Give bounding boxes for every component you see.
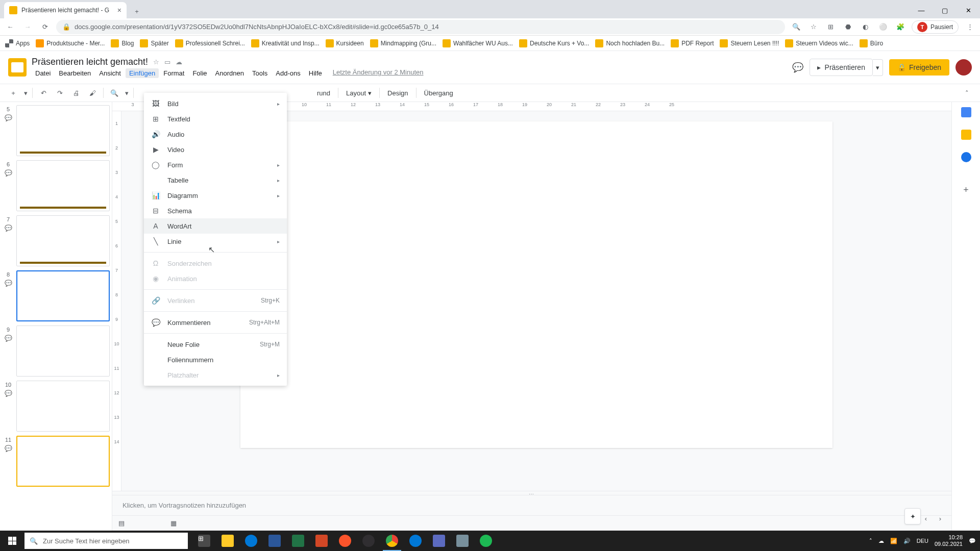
slide-thumbnail[interactable] <box>16 160 110 211</box>
menu-arrange[interactable]: Anordnen <box>212 68 248 78</box>
slide-thumbnail[interactable] <box>16 270 110 321</box>
redo-button[interactable]: ↷ <box>53 86 67 100</box>
layout-button[interactable]: Layout▾ <box>342 87 376 99</box>
star-doc-icon[interactable]: ☆ <box>153 58 159 66</box>
start-button[interactable] <box>0 531 24 551</box>
spotify-icon[interactable] <box>475 531 497 551</box>
menu-tools[interactable]: Tools <box>249 68 271 78</box>
chrome-menu-icon[interactable]: ⋮ <box>964 21 976 33</box>
back-button[interactable]: ← <box>4 21 16 33</box>
excel-icon[interactable] <box>287 531 309 551</box>
word-icon[interactable] <box>263 531 286 551</box>
share-button[interactable]: 🔒 Freigeben <box>889 59 949 76</box>
extensions-icon[interactable]: 🧩 <box>894 21 906 33</box>
collapse-toolbar-icon[interactable]: ˄ <box>960 86 974 100</box>
tray-chevron-icon[interactable]: ˄ <box>869 538 872 544</box>
bookmark-item[interactable]: Produktsuche - Mer... <box>36 39 105 47</box>
maximize-button[interactable]: ▢ <box>933 2 957 18</box>
account-avatar[interactable] <box>955 59 972 76</box>
menu-slide[interactable]: Folie <box>189 68 210 78</box>
edge-icon[interactable] <box>404 531 427 551</box>
tray-clock[interactable]: 10:28 09.02.2021 <box>935 534 963 547</box>
doc-title[interactable]: Präsentieren leicht gemacht! <box>32 57 148 67</box>
task-view-icon[interactable]: ⊞ <box>193 531 215 551</box>
calendar-addon-icon[interactable] <box>961 107 971 117</box>
ext1-icon[interactable]: ⬣ <box>842 21 854 33</box>
insert-table[interactable]: Tabelle ▸ <box>144 172 287 188</box>
reader-icon[interactable]: ⊞ <box>825 21 837 33</box>
speaker-notes[interactable]: Klicken, um Vortragsnotizen hinzuzufügen <box>112 495 951 515</box>
last-change[interactable]: Letzte Änderung vor 2 Minuten <box>333 68 424 78</box>
present-button[interactable]: ▸ Präsentieren <box>810 59 873 76</box>
insert-image[interactable]: 🖼 Bild ▸ <box>144 96 287 111</box>
taskbar-search[interactable]: 🔍 Zur Suche Text hier eingeben <box>24 533 188 549</box>
brave-icon[interactable] <box>334 531 356 551</box>
address-bar[interactable]: 🔒 docs.google.com/presentation/d/1yV372S… <box>56 20 785 34</box>
tray-wifi-icon[interactable]: 📶 <box>890 538 897 544</box>
edge-legacy-icon[interactable] <box>240 531 262 551</box>
browser-tab[interactable]: Präsentieren leicht gemacht! - G × <box>4 2 127 18</box>
menu-insert[interactable]: Einfügen <box>126 68 159 78</box>
menu-addons[interactable]: Add-ons <box>272 68 304 78</box>
bookmark-item[interactable]: Wahlfächer WU Aus... <box>443 39 513 47</box>
powerpoint-icon[interactable] <box>310 531 333 551</box>
new-tab-button[interactable]: + <box>130 4 144 18</box>
bookmark-item[interactable]: Apps <box>5 39 30 47</box>
slides-logo[interactable] <box>8 58 27 77</box>
undo-button[interactable]: ↶ <box>36 86 51 100</box>
slide-thumbnail[interactable] <box>16 325 110 377</box>
insert-textbox[interactable]: ⊞ Textfeld <box>144 111 287 127</box>
bookmark-item[interactable]: Später <box>140 39 168 47</box>
insert-audio[interactable]: 🔊 Audio <box>144 127 287 142</box>
zoom-button[interactable]: 🔍 <box>107 86 121 100</box>
insert-diagram[interactable]: 📊 Diagramm ▸ <box>144 188 287 203</box>
tray-notifications-icon[interactable]: 💬 <box>969 538 976 544</box>
insert-shape[interactable]: ◯ Form ▸ <box>144 157 287 172</box>
keep-addon-icon[interactable] <box>961 130 971 140</box>
ext2-icon[interactable]: ◐ <box>860 21 872 33</box>
background-partial[interactable]: rund <box>313 87 334 99</box>
slide-thumbnail[interactable] <box>16 381 110 432</box>
tray-cloud-icon[interactable]: ☁ <box>878 538 884 544</box>
insert-video[interactable]: ▶ Video <box>144 142 287 157</box>
slide-thumbnail[interactable] <box>16 215 110 266</box>
obs-icon[interactable] <box>357 531 380 551</box>
insert-slide-numbers[interactable]: Foliennummern <box>144 352 287 367</box>
file-explorer-icon[interactable] <box>216 531 239 551</box>
menu-help[interactable]: Hilfe <box>305 68 326 78</box>
theme-button[interactable]: Design <box>383 87 412 99</box>
slide-canvas[interactable] <box>240 121 832 448</box>
bookmark-item[interactable]: Kreativität und Insp... <box>251 39 320 47</box>
tray-volume-icon[interactable]: 🔊 <box>903 538 911 544</box>
forward-button[interactable]: → <box>21 21 34 33</box>
ext3-icon[interactable]: ⚪ <box>877 21 889 33</box>
grid-view-icon[interactable]: ▦ <box>170 519 177 527</box>
tab-close-icon[interactable]: × <box>117 6 121 14</box>
paint-format-button[interactable]: 🖌 <box>85 86 100 100</box>
new-slide-dropdown[interactable]: ▾ <box>22 86 29 100</box>
zoom-icon[interactable]: 🔍 <box>790 21 802 33</box>
star-icon[interactable]: ☆ <box>807 21 820 33</box>
menu-format[interactable]: Format <box>160 68 188 78</box>
insert-new-slide[interactable]: Neue Folie Strg+M <box>144 337 287 352</box>
slide-thumbnail[interactable] <box>16 105 110 156</box>
reload-button[interactable]: ⟳ <box>39 21 51 33</box>
comments-icon[interactable]: 💬 <box>792 62 803 73</box>
insert-schema[interactable]: ⊟ Schema <box>144 203 287 218</box>
bookmark-item[interactable]: Deutsche Kurs + Vo... <box>519 39 589 47</box>
filmstrip-view-icon[interactable]: ▤ <box>118 519 125 527</box>
tray-lang[interactable]: DEU <box>917 538 928 544</box>
next-slide-button[interactable]: › <box>934 512 946 524</box>
menu-edit[interactable]: Bearbeiten <box>55 68 94 78</box>
zoom-dropdown[interactable]: ▾ <box>124 86 130 100</box>
minimize-button[interactable]: — <box>910 2 933 18</box>
chrome-icon[interactable] <box>381 531 403 551</box>
app1-icon[interactable] <box>428 531 450 551</box>
insert-wordart[interactable]: A WordArt <box>144 218 287 234</box>
present-dropdown[interactable]: ▾ <box>873 59 883 76</box>
insert-line[interactable]: ╲ Linie ▸ <box>144 234 287 249</box>
menu-view[interactable]: Ansicht <box>95 68 125 78</box>
bookmark-item[interactable]: Steuern Videos wic... <box>785 39 853 47</box>
explore-button[interactable]: ✦ <box>904 508 921 524</box>
slide-thumbnail[interactable] <box>16 436 110 487</box>
